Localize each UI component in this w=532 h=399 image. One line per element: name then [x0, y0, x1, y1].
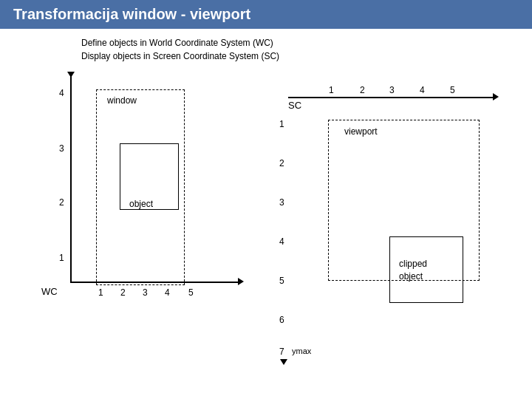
line2-label: Display objects in Screen Coordinate Sys…	[81, 51, 279, 61]
window-label: window	[107, 95, 137, 106]
viewport-label: viewport	[344, 126, 378, 137]
sc-x3: 3	[389, 85, 395, 95]
sc-x4: 4	[420, 85, 425, 95]
wc-label: WC	[41, 286, 58, 297]
ymax-label: ymax	[292, 347, 311, 355]
wc-y4: 4	[59, 88, 64, 98]
sc-label: SC	[288, 100, 301, 111]
app: Transformacija window - viewport Define …	[0, 0, 532, 399]
wc-y2: 2	[59, 197, 64, 208]
sc-x2: 2	[360, 85, 365, 95]
object-label: object	[129, 199, 153, 209]
wc-x-arrow	[238, 278, 244, 285]
sc-x-axis	[288, 97, 495, 98]
sc-x5: 5	[450, 85, 455, 95]
wc-x3: 3	[143, 287, 148, 298]
wc-y1: 1	[59, 253, 64, 263]
page-title: Transformacija window - viewport	[13, 6, 250, 22]
object2-word: object	[399, 271, 423, 282]
wc-y-arrow	[67, 72, 75, 78]
sc-y3: 3	[279, 197, 284, 208]
clipped-word: clipped	[399, 259, 427, 269]
wc-x4: 4	[165, 287, 170, 298]
line1-label: Define objects in World Coordinate Syste…	[81, 38, 273, 48]
sc-y2: 2	[279, 158, 284, 168]
content: Define objects in World Coordinate Syste…	[0, 29, 532, 398]
sc-x1: 1	[329, 85, 334, 95]
wc-x5: 5	[188, 287, 194, 298]
sc-y7: 7	[279, 347, 284, 357]
sc-y5: 5	[279, 276, 284, 286]
sc-y-arrow	[280, 359, 287, 365]
wc-x1: 1	[98, 287, 103, 298]
sc-y4: 4	[279, 236, 284, 247]
clipped-label: clipped object	[399, 258, 427, 283]
wc-y-axis	[70, 72, 72, 282]
title-bar: Transformacija window - viewport	[0, 0, 532, 29]
wc-y3: 3	[59, 143, 64, 154]
wc-x2: 2	[120, 287, 126, 298]
sc-x-arrow	[493, 93, 499, 100]
sc-y1: 1	[279, 119, 284, 129]
sc-y6: 6	[279, 315, 284, 325]
